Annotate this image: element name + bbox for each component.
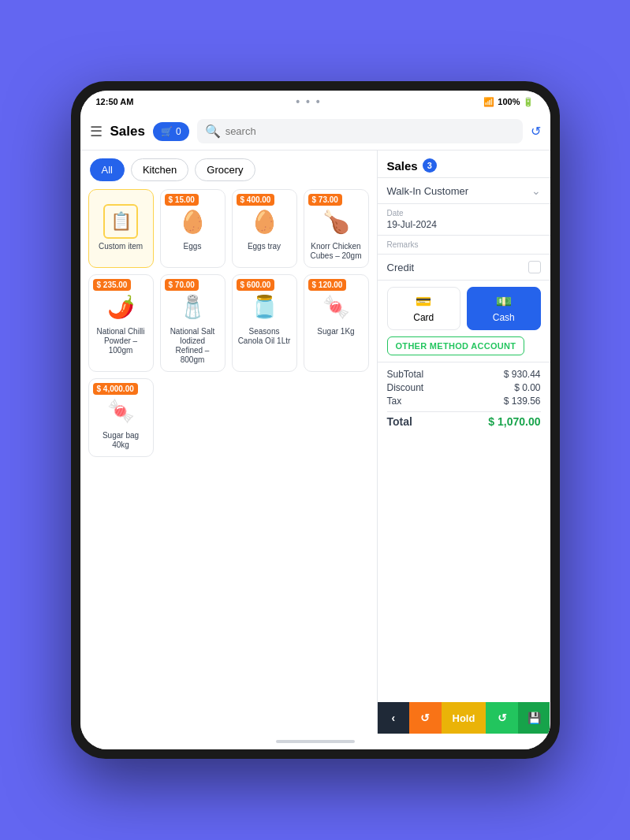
custom-item-icon: 📋 [103,204,138,239]
tax-label: Tax [387,396,402,407]
status-bar: 12:50 AM • • • 📶 100% 🔋 [80,91,550,113]
product-img-eggs: 🥚 [175,204,210,239]
main-content: All Kitchen Grocery 📋 Custom item $ 15.0… [80,151,550,734]
discount-value: $ 0.00 [514,382,540,393]
dots-indicator: • • • [296,95,321,108]
subtotal-row: SubTotal $ 930.44 [387,369,541,380]
price-badge-sugar40: $ 4,000.00 [93,383,138,395]
category-tabs: All Kitchen Grocery [80,151,377,189]
price-badge-eggs: $ 15.00 [165,194,199,206]
search-input[interactable] [226,125,515,137]
save-icon: 💾 [527,712,541,724]
date-label: Date [387,209,541,217]
cash-payment-button[interactable]: 💵 Cash [467,287,541,330]
product-name-eggs: Eggs [184,242,202,251]
customer-name: Walk-In Customer [387,185,469,197]
date-section: Date 19-Jul-2024 [378,204,550,236]
product-card-knorr[interactable]: $ 73.00 🍗 Knorr Chicken Cubes – 20gm [304,189,369,268]
price-badge-chilli: $ 235.00 [93,279,132,291]
credit-section: Credit [378,255,550,281]
credit-checkbox[interactable] [528,261,541,273]
sales-header: Sales 3 [378,151,550,178]
sales-title-text: Sales [387,159,418,173]
page-title: Sales [110,124,145,139]
tax-row: Tax $ 139.56 [387,396,541,407]
product-card-eggs-tray[interactable]: $ 400.00 🥚 Eggs tray [232,189,297,268]
product-img-sugar1: 🍬 [319,289,353,324]
product-card-canola[interactable]: $ 600.00 🫙 Seasons Canola Oil 1Ltr [232,274,297,372]
discount-row: Discount $ 0.00 [387,382,541,393]
totals-section: SubTotal $ 930.44 Discount $ 0.00 Tax $ … [378,362,550,702]
grand-total-row: Total $ 1,070.00 [387,411,541,428]
battery-percentage: 100% [498,97,520,106]
menu-icon[interactable]: ☰ [90,123,103,140]
chevron-down-icon: ⌄ [531,184,541,197]
product-name-salt: National Salt Iodized Refined – 800gm [166,327,220,365]
total-label: Total [387,415,412,428]
refresh-action-icon: ↺ [420,712,430,724]
other-method-button[interactable]: OTHER METHOD ACCOUNT [387,336,525,355]
product-img-eggs-tray: 🥚 [247,204,281,239]
subtotal-label: SubTotal [387,369,424,380]
tab-kitchen[interactable]: Kitchen [131,158,188,181]
customer-selector[interactable]: Walk-In Customer ⌄ [378,178,550,204]
price-badge-sugar1: $ 120.00 [308,279,347,291]
search-icon: 🔍 [205,124,221,139]
date-value: 19-Jul-2024 [387,219,541,230]
price-badge-salt: $ 70.00 [165,279,199,291]
refresh-icon[interactable]: ↺ [531,124,541,139]
tax-value: $ 139.56 [504,396,541,407]
tab-grocery[interactable]: Grocery [195,158,255,181]
hold-button[interactable]: Hold [442,702,486,734]
card-payment-button[interactable]: 💳 Card [387,287,461,330]
cart-button[interactable]: 🛒 0 [153,122,189,141]
card-label: Card [413,312,434,323]
cash-icon: 💵 [496,294,512,309]
total-value: $ 1,070.00 [488,415,540,428]
product-card-eggs[interactable]: $ 15.00 🥚 Eggs [160,189,226,268]
discount-icon: ↺ [498,712,507,724]
product-img-knorr: 🍗 [319,204,353,239]
cart-icon: 🛒 [161,126,173,137]
product-card-sugar1[interactable]: $ 120.00 🍬 Sugar 1Kg [304,274,369,372]
product-name-sugar1: Sugar 1Kg [317,327,354,336]
screen: 12:50 AM • • • 📶 100% 🔋 ☰ Sales 🛒 0 🔍 ↺ [80,91,550,749]
product-card-chilli[interactable]: $ 235.00 🌶️ National Chilli Powder – 100… [88,274,154,372]
status-time: 12:50 AM [96,97,134,106]
product-name-custom: Custom item [99,242,143,251]
subtotal-value: $ 930.44 [504,369,541,380]
tab-all[interactable]: All [90,158,125,181]
remarks-section: Remarks [378,236,550,255]
product-img-chilli: 🌶️ [103,289,138,324]
cart-count: 0 [176,126,181,137]
price-badge-canola: $ 600.00 [237,279,275,291]
product-grid: 📋 Custom item $ 15.00 🥚 Eggs $ 400.00 🥚 … [80,189,377,465]
app-header: ☰ Sales 🛒 0 🔍 ↺ [80,113,550,151]
action-bar: ‹ ↺ Hold ↺ 💾 [378,702,550,734]
refresh-button[interactable]: ↺ [409,702,442,734]
cash-label: Cash [493,312,515,323]
discount-button[interactable]: ↺ [486,702,518,734]
product-img-salt: 🧂 [175,289,210,324]
device-frame: 12:50 AM • • • 📶 100% 🔋 ☰ Sales 🛒 0 🔍 ↺ [71,81,560,759]
price-badge-eggs-tray: $ 400.00 [237,194,275,206]
search-bar[interactable]: 🔍 [197,119,523,143]
remarks-label: Remarks [387,240,541,249]
price-badge-knorr: $ 73.00 [308,194,342,206]
product-img-canola: 🫙 [247,289,281,324]
home-indicator [80,734,550,749]
product-card-custom[interactable]: 📋 Custom item [88,189,154,268]
discount-label: Discount [387,382,424,393]
product-card-salt[interactable]: $ 70.00 🧂 National Salt Iodized Refined … [160,274,226,372]
home-bar [276,740,355,743]
product-name-eggs-tray: Eggs tray [248,242,281,251]
product-name-chilli: National Chilli Powder – 100gm [94,327,148,355]
payment-buttons: 💳 Card 💵 Cash [378,281,550,336]
sales-panel: Sales 3 Walk-In Customer ⌄ Date 19-Jul-2… [377,151,550,734]
back-button[interactable]: ‹ [378,702,410,734]
sales-count-badge: 3 [423,158,437,173]
save-button[interactable]: 💾 [518,702,550,734]
wifi-icon: 📶 [483,97,494,107]
product-card-sugar40[interactable]: $ 4,000.00 🍬 Sugar bag 40kg [88,378,154,457]
hold-label: Hold [453,712,475,724]
